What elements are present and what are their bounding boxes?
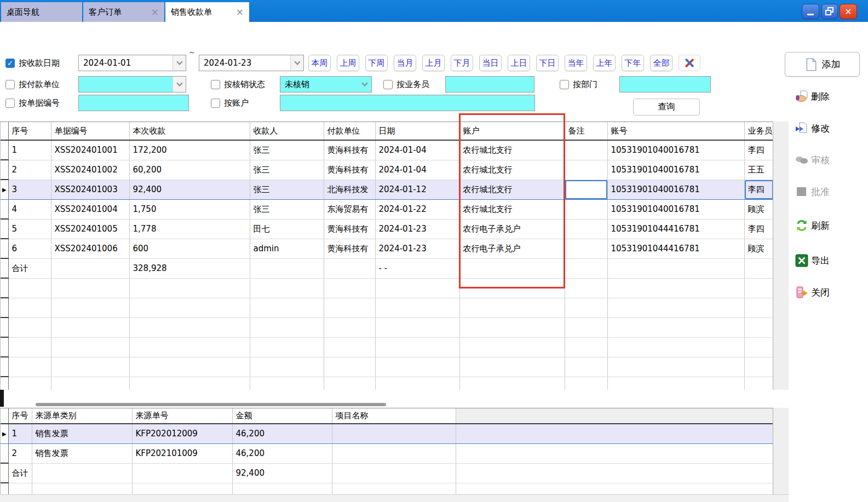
- cell[interactable]: [324, 298, 375, 318]
- cell[interactable]: [565, 258, 607, 278]
- cell[interactable]: XSS202401005: [51, 219, 129, 239]
- filter-writeoff-status[interactable]: 按核销状态: [211, 76, 265, 93]
- col-date[interactable]: 日期: [375, 122, 459, 140]
- vertical-scrollbar[interactable]: [773, 408, 789, 494]
- cell[interactable]: 张三: [250, 160, 324, 180]
- cell[interactable]: [565, 357, 607, 377]
- cell[interactable]: [744, 357, 773, 377]
- table-row[interactable]: 6XSS202401006600admin黄海科技有2024-01-23农行电子…: [1, 239, 773, 258]
- col-salesman[interactable]: 业务员: [744, 122, 773, 140]
- cell[interactable]: [8, 318, 51, 337]
- cell[interactable]: 农行城北支行: [459, 180, 565, 199]
- col-blank[interactable]: [456, 408, 773, 424]
- cell[interactable]: 销售发票: [32, 424, 132, 443]
- checkbox-unchecked[interactable]: [383, 80, 393, 89]
- cell[interactable]: [250, 357, 324, 377]
- bottom-scroll-area[interactable]: [0, 494, 789, 502]
- col-seq[interactable]: 序号: [8, 122, 51, 140]
- col-doc-no[interactable]: 单据编号: [51, 122, 129, 140]
- cell[interactable]: 10531901040016781: [607, 199, 744, 219]
- cell[interactable]: 农行城北支行: [459, 199, 565, 219]
- table-row[interactable]: 5XSS2024010051,778田七黄海科技有2024-01-23农行电子承…: [1, 219, 773, 239]
- range-this-month-button[interactable]: 当月: [394, 55, 416, 71]
- checkbox-unchecked[interactable]: [560, 80, 569, 89]
- close-page-button[interactable]: 关闭: [795, 282, 861, 302]
- cell[interactable]: [32, 463, 132, 483]
- cell[interactable]: [459, 357, 565, 377]
- range-today-button[interactable]: 当日: [479, 55, 502, 71]
- filter-department[interactable]: 按部门: [560, 76, 597, 93]
- cell[interactable]: 6: [8, 239, 51, 258]
- cell[interactable]: 合计: [8, 463, 32, 483]
- table-row[interactable]: [1, 357, 773, 377]
- cell[interactable]: [565, 298, 607, 318]
- cell[interactable]: [744, 298, 773, 318]
- cell[interactable]: [8, 278, 51, 298]
- cell[interactable]: 46,200: [232, 424, 332, 443]
- cell[interactable]: [456, 443, 773, 463]
- col-payee[interactable]: 收款人: [250, 122, 324, 140]
- minimize-button[interactable]: [802, 4, 819, 19]
- cell[interactable]: [459, 318, 565, 337]
- range-last-week-button[interactable]: 上周: [337, 55, 359, 71]
- horizontal-scrollbar[interactable]: [36, 403, 386, 406]
- vertical-scrollbar[interactable]: [773, 122, 789, 390]
- cell[interactable]: 328,928: [129, 258, 250, 278]
- cell[interactable]: [8, 357, 51, 377]
- restore-button[interactable]: [821, 4, 838, 19]
- cell[interactable]: [375, 357, 459, 377]
- cell[interactable]: [456, 483, 773, 494]
- cell[interactable]: [607, 258, 744, 278]
- cell[interactable]: 黄海科技有: [324, 239, 375, 258]
- cell[interactable]: 92,400: [129, 180, 250, 199]
- cell[interactable]: [459, 278, 565, 298]
- table-row[interactable]: ▶1销售发票KFP20201200946,200: [1, 424, 773, 443]
- col-account[interactable]: 账户: [459, 122, 565, 140]
- cell[interactable]: [8, 377, 51, 390]
- cell[interactable]: 2024-01-04: [375, 160, 459, 180]
- add-button[interactable]: 添加: [785, 52, 860, 77]
- cell[interactable]: [565, 278, 607, 298]
- cell[interactable]: 600: [129, 239, 250, 258]
- cell[interactable]: [129, 278, 250, 298]
- checkbox-unchecked[interactable]: [211, 80, 220, 89]
- cell[interactable]: [129, 298, 250, 318]
- dropdown-button[interactable]: [173, 55, 186, 71]
- col-acct-no[interactable]: 账号: [607, 122, 744, 140]
- col-project-name[interactable]: 项目名称: [332, 408, 456, 424]
- cell[interactable]: 销售发票: [32, 443, 132, 463]
- cell[interactable]: 2024-01-22: [375, 199, 459, 219]
- cell[interactable]: [607, 377, 744, 390]
- filter-receipt-date[interactable]: ✓ 按收款日期: [5, 55, 60, 71]
- cell[interactable]: [51, 377, 129, 390]
- cell[interactable]: [565, 199, 607, 219]
- refresh-button[interactable]: 刷新: [795, 216, 861, 235]
- cell[interactable]: [324, 377, 375, 390]
- cell[interactable]: 李四: [744, 219, 773, 239]
- cell[interactable]: [332, 483, 456, 494]
- cell[interactable]: [250, 377, 324, 390]
- cell[interactable]: [565, 180, 607, 199]
- cell[interactable]: [565, 160, 607, 180]
- cell[interactable]: 92,400: [232, 463, 332, 483]
- cell[interactable]: XSS202401006: [51, 239, 129, 258]
- cell[interactable]: [51, 298, 129, 318]
- range-yesterday-button[interactable]: 上日: [508, 55, 530, 71]
- tab-close-icon[interactable]: ×: [228, 7, 244, 18]
- cell[interactable]: [129, 318, 250, 337]
- cell[interactable]: [324, 337, 375, 357]
- cell[interactable]: [324, 357, 375, 377]
- doc-number-input[interactable]: [78, 95, 189, 111]
- cell[interactable]: [324, 258, 375, 278]
- cell[interactable]: 10531901044416781: [607, 219, 744, 239]
- cell[interactable]: XSS202401001: [51, 140, 129, 160]
- table-row[interactable]: [1, 278, 773, 298]
- range-next-year-button[interactable]: 下年: [622, 55, 644, 71]
- cell[interactable]: [132, 463, 232, 483]
- cell[interactable]: [456, 463, 773, 483]
- table-row[interactable]: 合计92,400: [1, 463, 773, 483]
- cell[interactable]: 1,750: [129, 199, 250, 219]
- table-row[interactable]: ▶3XSS20240100392,400张三北海科技发2024-01-12农行城…: [1, 180, 773, 199]
- table-row[interactable]: [1, 337, 773, 357]
- cell[interactable]: [565, 377, 607, 390]
